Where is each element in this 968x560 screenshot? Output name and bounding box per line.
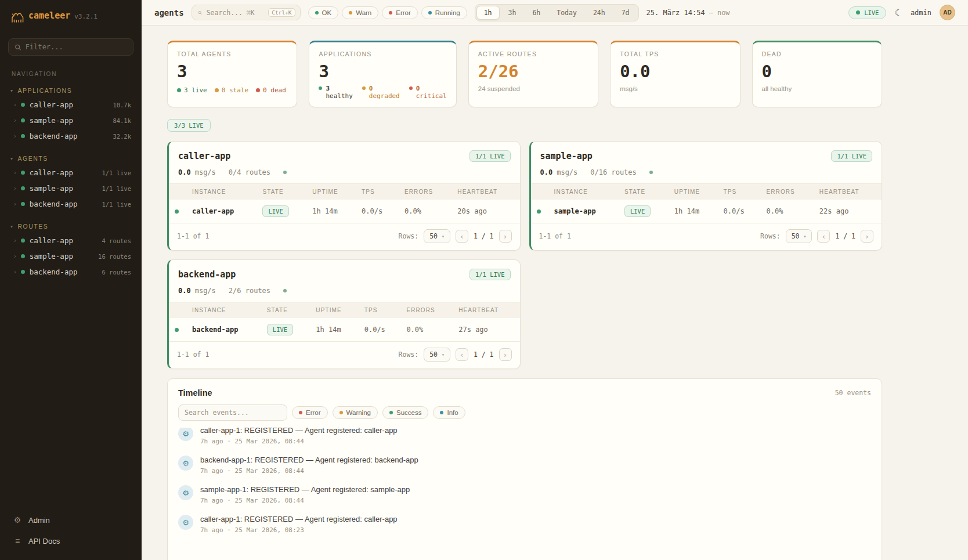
user-name: admin bbox=[911, 9, 931, 17]
rows-per-page-select[interactable]: 50 ▾ bbox=[424, 229, 450, 243]
table-row[interactable]: backend-app LIVE 1h 14m 0.0/s 0.0% 27s a… bbox=[169, 318, 520, 342]
activity-dot bbox=[283, 289, 287, 292]
card-meta: 3healthy 0degraded 0critical bbox=[319, 85, 446, 100]
sidebar-item-routes-sample-app[interactable]: › sample-app 16 routes bbox=[7, 248, 135, 264]
uptime-value: 1h 14m bbox=[306, 200, 356, 223]
card-subtext: msg/s bbox=[620, 85, 730, 92]
section-header-applications[interactable]: ▾ APPLICATIONS bbox=[7, 84, 135, 97]
filter-chip-running[interactable]: Running bbox=[421, 6, 467, 19]
sidebar-item-api-docs[interactable]: ≡ API Docs bbox=[8, 531, 133, 551]
instance-name: caller-app bbox=[186, 200, 257, 223]
next-page-button[interactable]: › bbox=[861, 230, 873, 243]
timeline-filter-warning[interactable]: Warning bbox=[333, 406, 378, 419]
prev-page-button[interactable]: ‹ bbox=[817, 230, 830, 243]
timeline-event[interactable]: ⚙ caller-app-1: REGISTERED — Agent regis… bbox=[178, 428, 871, 450]
item-badge: 32.2k bbox=[113, 133, 131, 140]
event-time: 7h ago · 25 Mar 2026, 08:44 bbox=[200, 497, 410, 504]
item-label: backend-app bbox=[30, 268, 78, 276]
global-search-input[interactable] bbox=[207, 9, 264, 17]
timeline-filter-success[interactable]: Success bbox=[382, 406, 428, 419]
sidebar-item-routes-caller-app[interactable]: › caller-app 4 routes bbox=[7, 233, 135, 248]
top-bar-right: LIVE ☾ admin AD bbox=[848, 5, 955, 20]
time-range-1h[interactable]: 1h bbox=[476, 6, 500, 20]
meta-text: healthy bbox=[326, 92, 352, 100]
sidebar-item-application-backend-app[interactable]: › backend-app 32.2k bbox=[7, 128, 135, 144]
main-area: agents Ctrl+K OK Warn Error bbox=[142, 0, 968, 560]
chip-label: Error bbox=[396, 9, 411, 16]
tps-value: 0.0 bbox=[540, 168, 553, 176]
card-subtext: all healthy bbox=[762, 85, 872, 92]
table-row[interactable]: caller-app LIVE 1h 14m 0.0/s 0.0% 20s ag… bbox=[169, 200, 520, 223]
timeline-filter-error[interactable]: Error bbox=[292, 406, 328, 419]
next-page-button[interactable]: › bbox=[499, 348, 512, 361]
card-value: 0 bbox=[762, 62, 872, 81]
timeline-event[interactable]: ⚙ backend-app-1: REGISTERED — Agent regi… bbox=[178, 450, 871, 480]
filter-chip-ok[interactable]: OK bbox=[308, 6, 339, 19]
event-text: caller-app-1: REGISTERED — Agent registe… bbox=[200, 515, 398, 523]
dark-mode-toggle-icon[interactable]: ☾ bbox=[894, 8, 902, 18]
timeline-search-input[interactable] bbox=[185, 409, 281, 417]
chevron-right-icon: › bbox=[14, 253, 16, 259]
errors-value: 0.0% bbox=[400, 318, 453, 342]
docs-icon: ≡ bbox=[13, 536, 22, 545]
card-label: TOTAL TPS bbox=[620, 50, 730, 57]
sidebar-filter-input[interactable] bbox=[26, 43, 127, 51]
event-gear-icon: ⚙ bbox=[178, 485, 193, 500]
column-header: HEARTBEAT bbox=[453, 302, 519, 318]
meta-text: 0 dead bbox=[263, 86, 286, 94]
section-label: APPLICATIONS bbox=[18, 87, 73, 94]
app-card-title: backend-app bbox=[178, 269, 236, 280]
chevron-down-icon: ▾ bbox=[804, 234, 807, 239]
tps-value: 0.0/s bbox=[359, 318, 401, 342]
avatar[interactable]: AD bbox=[940, 5, 955, 20]
tps-value: 0.0 bbox=[178, 168, 191, 176]
section-header-routes[interactable]: ▾ ROUTES bbox=[7, 220, 135, 233]
card-value: 3 bbox=[177, 62, 287, 81]
filter-chip-warn[interactable]: Warn bbox=[342, 6, 378, 19]
app-card-title: caller-app bbox=[178, 151, 230, 161]
timeline-event[interactable]: ⚙ caller-app-1: REGISTERED — Agent regis… bbox=[178, 510, 871, 539]
section-header-agents[interactable]: ▾ AGENTS bbox=[7, 152, 135, 165]
chip-label: OK bbox=[322, 9, 332, 16]
time-range-today[interactable]: Today bbox=[549, 6, 584, 20]
timeline-search-box[interactable] bbox=[178, 404, 287, 421]
time-range-24h[interactable]: 24h bbox=[586, 6, 613, 20]
global-search-box[interactable]: Ctrl+K bbox=[192, 5, 301, 20]
time-range-3h[interactable]: 3h bbox=[501, 6, 524, 20]
sidebar-item-application-caller-app[interactable]: › caller-app 10.7k bbox=[7, 97, 135, 113]
sidebar-item-agent-caller-app[interactable]: › caller-app 1/1 live bbox=[7, 165, 135, 180]
status-dot bbox=[315, 11, 319, 15]
rows-value: 50 bbox=[792, 232, 800, 240]
filter-chip-error[interactable]: Error bbox=[382, 6, 418, 19]
status-dot bbox=[215, 88, 219, 92]
sidebar-filter-box[interactable] bbox=[8, 38, 133, 56]
timeline-filter-info[interactable]: Info bbox=[433, 406, 465, 419]
item-label: sample-app bbox=[30, 184, 73, 193]
prev-page-button[interactable]: ‹ bbox=[456, 348, 468, 361]
event-text: caller-app-1: REGISTERED — Agent registe… bbox=[200, 428, 398, 435]
search-icon bbox=[15, 44, 21, 51]
app-card-stats: 0.0 msg/s 2/6 routes bbox=[169, 287, 520, 302]
item-label: caller-app bbox=[30, 236, 73, 245]
card-meta: 3 live 0 stale 0 dead bbox=[177, 86, 287, 94]
sidebar-item-routes-backend-app[interactable]: › backend-app 6 routes bbox=[7, 264, 135, 280]
table-row[interactable]: sample-app LIVE 1h 14m 0.0/s 0.0% 22s ag… bbox=[531, 200, 882, 223]
summary-card-active-routes: ACTIVE ROUTES 2/26 24 suspended bbox=[468, 41, 598, 107]
sidebar-item-admin[interactable]: ⚙ Admin bbox=[8, 510, 133, 530]
item-badge: 4 routes bbox=[102, 237, 131, 244]
live-toggle[interactable]: LIVE bbox=[848, 6, 886, 19]
timeline-event[interactable]: ⚙ sample-app-1: REGISTERED — Agent regis… bbox=[178, 480, 871, 510]
sidebar-item-agent-sample-app[interactable]: › sample-app 1/1 live bbox=[7, 180, 135, 196]
table-footer: 1-1 of 1 Rows: 50 ▾ ‹ 1 / 1 › bbox=[169, 342, 520, 368]
rows-per-page-select[interactable]: 50 ▾ bbox=[786, 229, 812, 243]
next-page-button[interactable]: › bbox=[499, 230, 512, 243]
summary-card-total-agents: TOTAL AGENTS 3 3 live 0 stale 0 dead bbox=[167, 41, 297, 107]
time-range-7d[interactable]: 7d bbox=[614, 6, 637, 20]
sidebar-item-application-sample-app[interactable]: › sample-app 84.1k bbox=[7, 113, 135, 128]
timeline-event-list[interactable]: ⚙ caller-app-1: REGISTERED — Agent regis… bbox=[168, 428, 882, 539]
rows-per-page-select[interactable]: 50 ▾ bbox=[424, 348, 450, 362]
sidebar-item-agent-backend-app[interactable]: › backend-app 1/1 live bbox=[7, 196, 135, 212]
prev-page-button[interactable]: ‹ bbox=[456, 230, 468, 243]
time-range-6h[interactable]: 6h bbox=[525, 6, 548, 20]
card-label: ACTIVE ROUTES bbox=[478, 50, 588, 57]
